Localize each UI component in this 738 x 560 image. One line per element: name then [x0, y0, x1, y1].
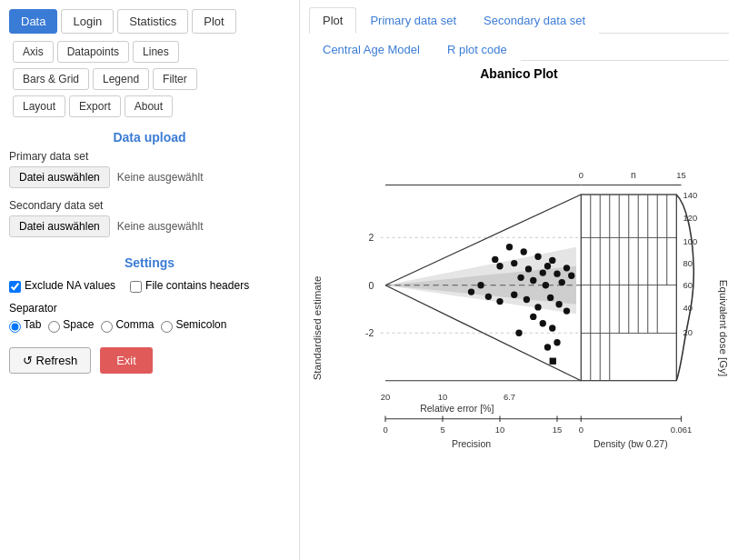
sub-tab-about[interactable]: About: [125, 95, 173, 117]
svg-point-68: [559, 279, 565, 285]
right-tabs-row2: Central Age Model R plot code: [309, 37, 729, 61]
svg-rect-86: [550, 358, 556, 365]
svg-point-78: [555, 301, 562, 307]
radio-space-label: Space: [63, 318, 94, 331]
radio-tab-input[interactable]: [9, 321, 21, 333]
svg-text:-2: -2: [365, 327, 374, 338]
svg-point-77: [547, 295, 554, 301]
primary-upload-row: Datei auswählen Keine ausgewählt: [9, 166, 290, 188]
svg-text:40: 40: [683, 303, 693, 313]
primary-file-name: Keine ausgewählt: [117, 171, 204, 184]
svg-text:10: 10: [495, 425, 505, 435]
svg-text:60: 60: [683, 280, 693, 290]
radio-comma-input[interactable]: [101, 321, 113, 333]
svg-text:0: 0: [383, 425, 387, 435]
svg-point-85: [544, 344, 551, 350]
exclude-na-checkbox[interactable]: [9, 281, 21, 293]
bottom-buttons: ↺ Refresh Exit: [9, 347, 290, 374]
sub-tab-datapoints[interactable]: Datapoints: [57, 41, 129, 63]
right-tab-plot[interactable]: Plot: [309, 7, 356, 34]
svg-point-66: [517, 275, 524, 281]
right-tab-central-age[interactable]: Central Age Model: [309, 37, 434, 61]
sub-tab-export[interactable]: Export: [69, 95, 121, 117]
svg-text:15: 15: [553, 425, 563, 435]
radio-comma: Comma: [101, 318, 154, 335]
svg-point-73: [496, 298, 503, 305]
svg-text:120: 120: [683, 213, 698, 223]
right-tab-secondary[interactable]: Secondary data set: [470, 7, 599, 34]
svg-text:0.061: 0.061: [671, 425, 693, 435]
right-tab-primary[interactable]: Primary data set: [356, 7, 470, 34]
sub-tab-bars-grid[interactable]: Bars & Grid: [13, 68, 89, 90]
svg-point-63: [554, 270, 560, 276]
svg-point-57: [511, 260, 517, 266]
secondary-upload-row: Datei auswählen Keine ausgewählt: [9, 215, 290, 237]
secondary-label: Secondary data set: [9, 199, 290, 212]
svg-text:5: 5: [440, 425, 444, 435]
sub-tab-lines[interactable]: Lines: [133, 41, 179, 63]
svg-point-56: [521, 248, 527, 255]
svg-text:0: 0: [579, 170, 583, 180]
sub-nav-row2: Bars & Grid Legend Filter: [9, 68, 290, 90]
secondary-file-name: Keine ausgewählt: [117, 220, 204, 233]
sub-nav-row1: Axis Datapoints Lines: [9, 41, 290, 63]
svg-point-53: [492, 256, 498, 263]
svg-point-80: [530, 314, 536, 320]
sub-tab-filter[interactable]: Filter: [153, 68, 197, 90]
file-headers-checkbox[interactable]: [130, 281, 142, 293]
exclude-na-label: Exclude NA values: [25, 279, 115, 292]
svg-point-84: [554, 339, 560, 345]
exit-button[interactable]: Exit: [100, 347, 153, 374]
svg-rect-42: [581, 333, 676, 381]
svg-text:Precision: Precision: [452, 438, 491, 449]
svg-point-62: [549, 257, 555, 264]
svg-point-64: [530, 277, 536, 284]
svg-text:6.7: 6.7: [504, 392, 515, 402]
radio-semicolon-input[interactable]: [161, 321, 173, 333]
right-panel: Plot Primary data set Secondary data set…: [300, 0, 738, 560]
main-nav-tabs: Data Login Statistics Plot: [9, 9, 290, 34]
radio-space-input[interactable]: [48, 321, 60, 333]
tab-login[interactable]: Login: [61, 9, 114, 34]
tab-data[interactable]: Data: [9, 9, 57, 34]
svg-point-67: [563, 265, 570, 271]
svg-text:20: 20: [381, 392, 391, 402]
svg-point-71: [468, 288, 474, 295]
svg-text:80: 80: [683, 258, 693, 268]
svg-point-54: [496, 263, 503, 269]
radio-comma-label: Comma: [115, 318, 154, 331]
settings-title: Settings: [9, 255, 290, 270]
svg-point-79: [563, 307, 570, 314]
right-tab-r-plot[interactable]: R plot code: [434, 37, 521, 61]
tab-statistics[interactable]: Statistics: [117, 9, 188, 34]
tab-plot[interactable]: Plot: [192, 9, 235, 34]
refresh-button[interactable]: ↺ Refresh: [9, 347, 91, 374]
sub-nav-row3: Layout Export About: [9, 95, 290, 117]
radio-tab: Tab: [9, 318, 41, 335]
plot-area: Abanico Plot Standardised estimate Equiv…: [309, 66, 729, 553]
primary-file-btn[interactable]: Datei auswählen: [9, 166, 110, 188]
svg-text:2: 2: [369, 232, 374, 243]
sub-tab-legend[interactable]: Legend: [93, 68, 149, 90]
svg-point-75: [524, 296, 530, 303]
sub-tab-axis[interactable]: Axis: [13, 41, 54, 63]
svg-point-69: [568, 273, 574, 279]
svg-point-81: [540, 320, 546, 326]
svg-text:100: 100: [683, 236, 698, 246]
svg-text:10: 10: [438, 392, 448, 402]
exclude-na-item: Exclude NA values: [9, 279, 115, 293]
sub-tab-layout[interactable]: Layout: [13, 95, 65, 117]
svg-point-58: [525, 265, 532, 272]
svg-text:n: n: [631, 169, 636, 180]
svg-text:0: 0: [369, 280, 374, 291]
svg-point-61: [544, 263, 551, 269]
svg-point-83: [515, 330, 522, 336]
data-upload-title: Data upload: [9, 130, 290, 145]
svg-point-59: [534, 254, 541, 260]
separator-radio-group: Tab Space Comma Semicolon: [9, 318, 290, 335]
radio-semicolon-label: Semicolon: [175, 318, 226, 331]
svg-point-72: [485, 294, 492, 300]
svg-text:Standardised estimate: Standardised estimate: [312, 276, 323, 381]
secondary-file-btn[interactable]: Datei auswählen: [9, 215, 110, 237]
svg-point-65: [543, 282, 549, 288]
